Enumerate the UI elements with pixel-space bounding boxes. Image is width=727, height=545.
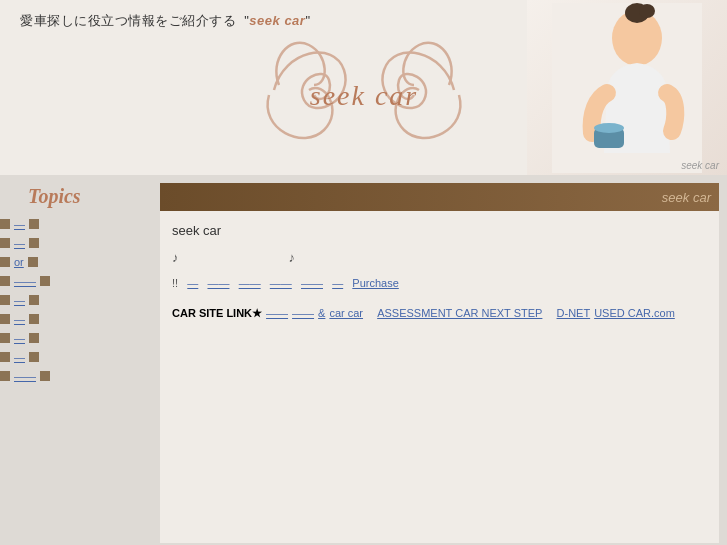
content-link-2[interactable]: —— <box>207 277 229 289</box>
footer-usedcar[interactable]: USED CAR.com <box>594 304 675 324</box>
sidebar-link-5[interactable]: — <box>14 294 25 306</box>
content-link-3[interactable]: —— <box>239 277 261 289</box>
bullet-icon <box>29 352 39 362</box>
list-item: —— <box>0 368 160 384</box>
content-header-logo: seek car <box>662 190 711 205</box>
sidebar-link-8[interactable]: — <box>14 351 25 363</box>
main-wrapper: Topics — — or —— — — <box>0 175 727 545</box>
svg-text:seek car: seek car <box>309 80 418 111</box>
list-item: — <box>0 235 160 251</box>
bullet-icon <box>0 219 10 229</box>
header: 愛車探しに役立つ情報をご紹介する "seek car" seek car <box>0 0 727 175</box>
sidebar-link-3[interactable]: or <box>14 256 24 268</box>
content-row-2: !! — —— —— —— —— — Purchase <box>172 275 707 293</box>
list-item: — <box>0 216 160 232</box>
sidebar: Topics — — or —— — — <box>0 175 160 545</box>
list-item: — <box>0 311 160 327</box>
list-item: — <box>0 292 160 308</box>
content-link-1[interactable]: — <box>187 277 198 289</box>
sidebar-link-7[interactable]: — <box>14 332 25 344</box>
footer-link-1[interactable]: —— <box>266 304 288 324</box>
bullet-icon <box>29 295 39 305</box>
bullet-icon <box>29 314 39 324</box>
sidebar-link-9[interactable]: —— <box>14 370 36 382</box>
footer-assessment[interactable]: ASSESSMENT CAR NEXT STEP <box>377 304 542 324</box>
list-item: —— <box>0 273 160 289</box>
footer-link-2[interactable]: —— <box>292 304 314 324</box>
footer-amp[interactable]: & <box>318 304 325 324</box>
content-site-name: seek car <box>172 223 707 238</box>
bullet-icon <box>0 276 10 286</box>
bullet-icon <box>28 257 38 267</box>
bullet-icon <box>29 238 39 248</box>
bullet-icon <box>0 352 10 362</box>
content-link-5[interactable]: —— <box>301 277 323 289</box>
bullet-icon <box>0 257 10 267</box>
purchase-link[interactable]: Purchase <box>352 277 398 289</box>
car-site-label: CAR SITE LINK★ <box>172 304 262 324</box>
bullet-icon <box>0 238 10 248</box>
person-image <box>527 0 727 175</box>
footer-dnet[interactable]: D-NET <box>557 304 591 324</box>
header-logo: seek car <box>254 20 474 160</box>
content-header-bar: seek car <box>160 183 719 211</box>
content-link-6[interactable]: — <box>332 277 343 289</box>
bullet-icon <box>40 371 50 381</box>
svg-point-4 <box>639 4 655 18</box>
bullet-icon <box>29 333 39 343</box>
list-item: or <box>0 254 160 270</box>
music-note-right: ♪ <box>289 250 296 265</box>
content-body: seek car ♪ ♪ !! — —— —— —— <box>160 219 719 328</box>
content-link-4[interactable]: —— <box>270 277 292 289</box>
exclamation: !! <box>172 277 178 289</box>
list-item: — <box>0 349 160 365</box>
content-row-1: ♪ ♪ <box>172 248 707 269</box>
music-note-left: ♪ <box>172 250 179 265</box>
content-area: seek car seek car ♪ ♪ !! — —— —— <box>160 183 719 543</box>
footer-links: CAR SITE LINK★ —— —— & car car ASSESSMEN… <box>172 304 707 324</box>
topics-title: Topics <box>28 185 160 208</box>
sidebar-link-2[interactable]: — <box>14 237 25 249</box>
bullet-icon <box>0 295 10 305</box>
list-item: — <box>0 330 160 346</box>
header-seek-label: seek car <box>681 160 719 171</box>
sidebar-link-4[interactable]: —— <box>14 275 36 287</box>
footer-carcar[interactable]: car car <box>329 304 363 324</box>
bullet-icon <box>0 333 10 343</box>
svg-point-6 <box>594 123 624 133</box>
sidebar-link-1[interactable]: — <box>14 218 25 230</box>
sidebar-link-6[interactable]: — <box>14 313 25 325</box>
bullet-icon <box>0 314 10 324</box>
car-site-row: CAR SITE LINK★ —— —— & car car ASSESSMEN… <box>172 304 707 324</box>
bullet-icon <box>40 276 50 286</box>
bullet-icon <box>29 219 39 229</box>
bullet-icon <box>0 371 10 381</box>
